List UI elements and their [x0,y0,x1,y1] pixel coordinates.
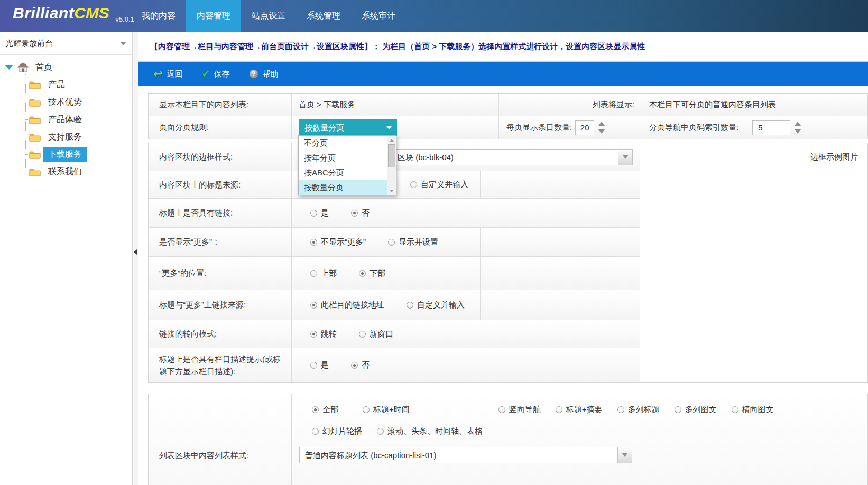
radio-label: 标题+摘要 [566,405,603,415]
nav-tab[interactable]: 系统管理 [296,0,351,32]
radio-option[interactable]: 标题+时间 [363,405,410,415]
pagination-rule-select[interactable]: 按数量分页 [299,119,397,136]
list-style-table: 列表区块中内容列表样式: 全部 标题+时间 竖向导航 标题+摘 [148,394,868,485]
chevron-down-icon [622,453,627,457]
folder-icon [29,115,41,124]
dropdown-option[interactable]: 按数量分页 [299,180,387,195]
number-stepper[interactable] [598,122,605,134]
radio-option[interactable]: 不显示“更多” [310,237,366,247]
radio-option[interactable]: 上部 [310,268,337,278]
radio-icon [310,302,317,309]
radio-icon [359,270,366,277]
radio-option[interactable]: 竖向导航 [498,405,541,415]
collapse-sidebar-icon[interactable] [134,249,137,255]
radio-label: 滚动、头条、时间轴、表格 [387,426,483,436]
radio-option[interactable]: 新窗口 [359,329,393,339]
pagination-settings-table: 显示本栏目下的内容列表: 首页 > 下载服务 列表将显示: 本栏目下可分页的普通… [148,93,868,139]
scroll-down-icon[interactable] [387,186,396,195]
radio-option[interactable]: 显示并设置 [388,237,438,247]
tree-node[interactable]: 技术优势 [0,94,132,111]
radio-option[interactable]: 是 [310,208,329,218]
table-row: 显示本栏目下的内容列表: 首页 > 下载服务 列表将显示: 本栏目下可分页的普通… [149,94,867,116]
nav-tab[interactable]: 站点设置 [241,0,296,32]
tree-node-home[interactable]: 首页 [0,58,132,76]
radio-option[interactable]: 横向图文 [732,405,774,415]
nav-tab[interactable]: 系统审计 [351,0,406,32]
dropdown-option[interactable]: 按ABC分页 [299,165,387,180]
page-index-count-input[interactable] [752,120,790,135]
radio-option[interactable]: 标题+摘要 [556,405,603,415]
app-window: BrilliantCMS v5.0.1 我的内容内容管理站点设置系统管理系统审计… [0,0,868,485]
site-selector-value: 光耀景放前台 [5,39,53,48]
radio-option[interactable]: 此栏目的链接地址 [310,300,384,310]
radio-label: 不显示“更多” [321,237,366,247]
step-down-icon[interactable] [598,129,605,134]
tree-node[interactable]: 支持服务 [0,128,132,146]
folder-icon [29,167,41,176]
select-arrow-button[interactable] [617,447,632,463]
question-icon: ? [249,69,258,79]
radio-option[interactable]: 幻灯片轮播 [312,426,362,436]
step-up-icon[interactable] [795,122,801,126]
field-label: 标题上是否具有栏目描述提示(或标题下方显示栏目描述): [149,348,292,382]
radio-option[interactable]: 否 [351,360,370,370]
block-settings-table: 内容区块的边框样式: 区块 (bc-blk-04) 内容区块上的标题来源: [148,143,868,383]
tree-node-label: 产品体验 [43,112,87,127]
table-row: 链接的转向模式: 跳转 新窗口 [149,320,640,348]
number-stepper[interactable] [795,122,801,134]
tree-node[interactable]: 下载服务 [0,146,132,163]
select-arrow-button[interactable] [618,150,632,165]
radio-label: 标题+时间 [373,405,410,415]
border-example-label: 边框示例图片 [810,152,858,161]
radio-label: 横向图文 [742,405,774,415]
field-label: 内容区块上的标题来源: [149,171,292,198]
back-button[interactable]: ↩ 返回 [153,69,183,79]
scroll-up-icon[interactable] [387,136,396,144]
radio-icon [359,331,366,338]
radio-icon [498,406,505,413]
sidebar-splitter[interactable] [132,32,138,485]
check-icon: ✔ [202,69,210,79]
tree-node-label: 产品 [43,77,70,92]
dropdown-option[interactable]: 不分页 [299,136,387,151]
radio-option[interactable]: 多列图文 [675,405,717,415]
help-button[interactable]: ? 帮助 [249,69,279,79]
radio-option[interactable]: 全部 [312,405,338,415]
radio-option[interactable]: 是 [310,360,329,370]
step-up-icon[interactable] [598,122,605,126]
radio-label: 新窗口 [370,329,393,339]
radio-option[interactable]: 多列标题 [617,405,660,415]
dropdown-scrollbar[interactable] [387,136,396,195]
expand-collapse-icon[interactable] [5,65,13,70]
brand-logo: BrilliantCMS v5.0.1 [13,4,134,22]
table-row: 是否显示“更多”： 不显示“更多” 显示并设置 [149,228,640,257]
radio-option[interactable]: 下部 [359,268,385,278]
radio-option[interactable]: 跳转 [310,329,337,339]
scroll-thumb[interactable] [388,144,395,167]
radio-icon [312,428,319,435]
undo-arrow-icon: ↩ [153,69,163,79]
main-panel: 【内容管理→栏目与内容管理→前台页面设计→设置区块属性】： 为栏目（首页 > 下… [138,32,868,485]
home-icon [17,62,29,72]
step-down-icon[interactable] [795,129,801,134]
channel-path-value: 首页 > 下载服务 [292,94,499,116]
site-selector[interactable]: 光耀景放前台 [0,35,132,51]
list-style-select[interactable]: 普通内容标题列表 (bc-caption-list-01) [299,447,632,463]
tree-node[interactable]: 联系我们 [0,163,132,181]
dropdown-option[interactable]: 按年分页 [299,151,387,165]
radio-option[interactable]: 自定义并输入 [410,180,468,190]
tree-node[interactable]: 产品体验 [0,111,132,128]
radio-icon [732,406,738,413]
radio-option[interactable]: 否 [351,208,370,218]
radio-icon [310,210,317,217]
items-per-page-input[interactable] [575,120,594,135]
nav-tab[interactable]: 我的内容 [131,0,186,32]
tree-node[interactable]: 产品 [0,76,132,94]
pagination-rule-value: 按数量分页 [304,123,344,132]
tree-node-label: 技术优势 [43,95,87,110]
nav-tab[interactable]: 内容管理 [186,0,241,32]
radio-option[interactable]: 自定义并输入 [407,300,465,310]
save-button[interactable]: ✔ 保存 [202,69,230,79]
radio-option[interactable]: 滚动、头条、时间轴、表格 [377,426,483,436]
radio-icon [407,302,413,309]
